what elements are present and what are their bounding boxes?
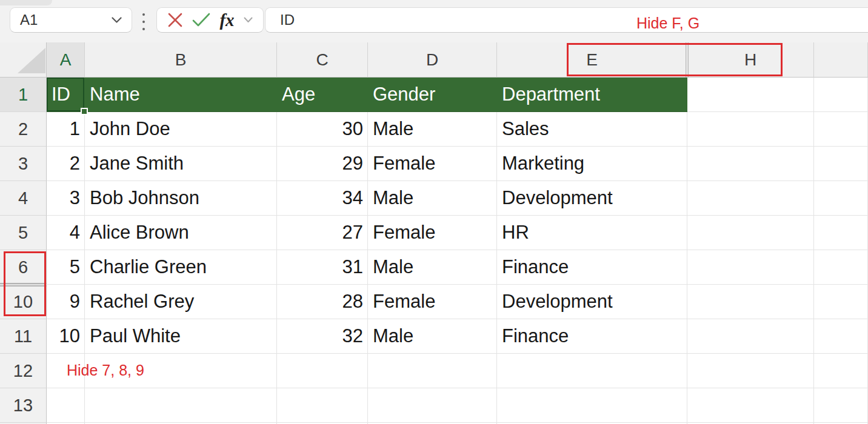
cell-h3[interactable] bbox=[687, 147, 814, 181]
cell-c5[interactable]: 27 bbox=[277, 216, 368, 250]
cell-b6[interactable]: Charlie Green bbox=[85, 250, 277, 285]
table-row: 6 5 Charlie Green 31 Male Finance bbox=[0, 250, 868, 285]
cell-e10[interactable]: Development bbox=[497, 285, 687, 319]
cell-h2[interactable] bbox=[687, 112, 814, 147]
cell-a3[interactable]: 2 bbox=[47, 147, 85, 181]
fill-handle[interactable] bbox=[81, 108, 88, 115]
insert-function-icon[interactable]: fx bbox=[219, 12, 234, 29]
column-header-a[interactable]: A bbox=[47, 42, 85, 78]
cell-e11[interactable]: Finance bbox=[497, 319, 687, 354]
cell-a13[interactable] bbox=[47, 388, 85, 423]
column-header-filler[interactable] bbox=[814, 42, 868, 78]
row-header-11[interactable]: 11 bbox=[0, 319, 47, 354]
cell-a6[interactable]: 5 bbox=[47, 250, 85, 285]
cell-e4[interactable]: Development bbox=[497, 181, 687, 216]
chevron-down-icon[interactable] bbox=[244, 17, 253, 23]
cell-a10[interactable]: 9 bbox=[47, 285, 85, 319]
cell-a2[interactable]: 1 bbox=[47, 112, 85, 147]
cell-a4[interactable]: 3 bbox=[47, 181, 85, 216]
cell-c6[interactable]: 31 bbox=[277, 250, 368, 285]
cell-d3[interactable]: Female bbox=[368, 147, 497, 181]
cell-e1[interactable]: Department bbox=[497, 78, 687, 112]
cell-h6[interactable] bbox=[687, 250, 814, 285]
cell-d11[interactable]: Male bbox=[368, 319, 497, 354]
cell-h5[interactable] bbox=[687, 216, 814, 250]
cell-h13[interactable] bbox=[687, 388, 814, 423]
cell-b3[interactable]: Jane Smith bbox=[85, 147, 277, 181]
cell-filler[interactable] bbox=[814, 216, 868, 250]
formula-bar-drag-handle-icon[interactable] bbox=[141, 13, 147, 30]
row-header-12[interactable]: 12 bbox=[0, 354, 47, 388]
cell-h11[interactable] bbox=[687, 319, 814, 354]
cell-c3[interactable]: 29 bbox=[277, 147, 368, 181]
cell-b1[interactable]: Name bbox=[85, 78, 277, 112]
cell-filler[interactable] bbox=[814, 319, 868, 354]
cell-h4[interactable] bbox=[687, 181, 814, 216]
cell-d13[interactable] bbox=[368, 388, 497, 423]
cell-h12[interactable] bbox=[687, 354, 814, 388]
table-row: 13 bbox=[0, 388, 868, 423]
row-header-4[interactable]: 4 bbox=[0, 181, 47, 216]
cell-e13[interactable] bbox=[497, 388, 687, 423]
cell-d6[interactable]: Male bbox=[368, 250, 497, 285]
cell-e5[interactable]: HR bbox=[497, 216, 687, 250]
column-header-d[interactable]: D bbox=[368, 42, 497, 78]
cell-e2[interactable]: Sales bbox=[497, 112, 687, 147]
cell-d2[interactable]: Male bbox=[368, 112, 497, 147]
annotation-box-columns-e-h bbox=[567, 43, 783, 76]
cell-filler[interactable] bbox=[814, 354, 868, 388]
cancel-entry-icon[interactable] bbox=[167, 12, 183, 28]
cell-c11[interactable]: 32 bbox=[277, 319, 368, 354]
column-header-c[interactable]: C bbox=[277, 42, 368, 78]
cell-a11[interactable]: 10 bbox=[47, 319, 85, 354]
cell-c12[interactable] bbox=[277, 354, 368, 388]
cell-b11[interactable]: Paul White bbox=[85, 319, 277, 354]
cell-c2[interactable]: 30 bbox=[277, 112, 368, 147]
cell-e3[interactable]: Marketing bbox=[497, 147, 687, 181]
formula-bar-input[interactable]: ID bbox=[265, 7, 868, 33]
row-header-5[interactable]: 5 bbox=[0, 216, 47, 250]
chevron-down-icon[interactable] bbox=[112, 17, 122, 24]
select-all-button[interactable] bbox=[0, 42, 47, 78]
cell-h10[interactable] bbox=[687, 285, 814, 319]
cell-e6[interactable]: Finance bbox=[497, 250, 687, 285]
row-header-1[interactable]: 1 bbox=[0, 78, 47, 112]
cell-b13[interactable] bbox=[85, 388, 277, 423]
table-row: 4 3 Bob Johnson 34 Male Development bbox=[0, 181, 868, 216]
row-header-2[interactable]: 2 bbox=[0, 112, 47, 147]
column-header-b[interactable]: B bbox=[85, 42, 277, 78]
cell-c1[interactable]: Age bbox=[277, 78, 368, 112]
cell-filler[interactable] bbox=[814, 250, 868, 285]
cell-filler[interactable] bbox=[814, 388, 868, 423]
cell-b2[interactable]: John Doe bbox=[85, 112, 277, 147]
cell-d1[interactable]: Gender bbox=[368, 78, 497, 112]
name-box-value[interactable]: A1 bbox=[20, 12, 38, 28]
cell-a5[interactable]: 4 bbox=[47, 216, 85, 250]
cell-c4[interactable]: 34 bbox=[277, 181, 368, 216]
cell-filler[interactable] bbox=[814, 181, 868, 216]
cell-c13[interactable] bbox=[277, 388, 368, 423]
ribbon-edge bbox=[0, 0, 52, 5]
cell-filler[interactable] bbox=[814, 285, 868, 319]
row-header-3[interactable]: 3 bbox=[0, 147, 47, 181]
cell-b10[interactable]: Rachel Grey bbox=[85, 285, 277, 319]
cell-c10[interactable]: 28 bbox=[277, 285, 368, 319]
row-header-13[interactable]: 13 bbox=[0, 388, 47, 423]
confirm-entry-icon[interactable] bbox=[192, 13, 210, 27]
cell-d5[interactable]: Female bbox=[368, 216, 497, 250]
cell-d12[interactable] bbox=[368, 354, 497, 388]
annotation-hide-columns: Hide F, G bbox=[636, 15, 699, 32]
name-box[interactable]: A1 bbox=[10, 7, 132, 33]
cell-b5[interactable]: Alice Brown bbox=[85, 216, 277, 250]
cell-h1[interactable] bbox=[687, 78, 814, 112]
cell-b4[interactable]: Bob Johnson bbox=[85, 181, 277, 216]
cell-filler[interactable] bbox=[814, 112, 868, 147]
cell-filler[interactable] bbox=[814, 147, 868, 181]
cell-a1-selected[interactable]: ID bbox=[47, 78, 85, 112]
annotation-hide-rows: Hide 7, 8, 9 bbox=[67, 362, 144, 379]
cell-d4[interactable]: Male bbox=[368, 181, 497, 216]
cell-filler[interactable] bbox=[814, 78, 868, 112]
table-row: 2 1 John Doe 30 Male Sales bbox=[0, 112, 868, 147]
cell-e12[interactable] bbox=[497, 354, 687, 388]
cell-d10[interactable]: Female bbox=[368, 285, 497, 319]
